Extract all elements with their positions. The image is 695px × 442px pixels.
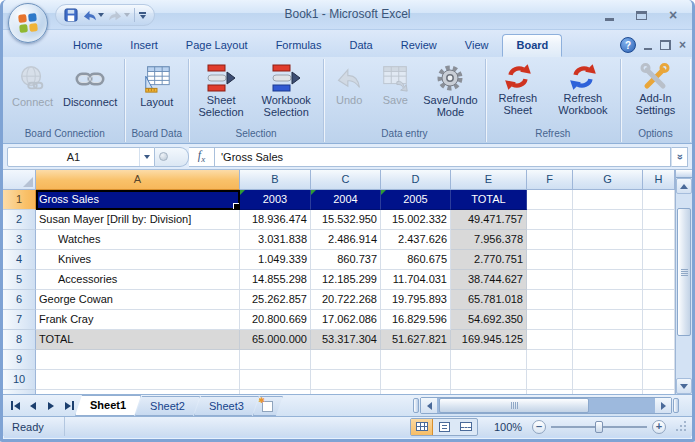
cell-B3[interactable]: 3.031.838 [240,230,311,250]
refresh-workbook-button[interactable]: Refresh Workbook [548,60,618,118]
cell-E7[interactable]: 54.692.350 [451,310,527,330]
row-header-5[interactable]: 5 [3,270,36,290]
sheet-selection-button[interactable]: Sheet Selection [191,60,251,120]
cell-A3[interactable]: Watches [36,230,240,250]
cell-H11[interactable] [643,390,675,394]
row-header-11[interactable]: 11 [3,390,36,394]
cell-G5[interactable] [573,270,643,290]
cell-D9[interactable] [381,350,451,370]
column-header-G[interactable]: G [573,170,643,190]
cell-D2[interactable]: 15.002.332 [381,210,451,230]
row-header-4[interactable]: 4 [3,250,36,270]
vertical-scrollbar[interactable] [675,170,692,394]
cell-C3[interactable]: 2.486.914 [311,230,381,250]
column-header-H[interactable]: H [643,170,675,190]
layout-button[interactable]: Layout [134,60,180,109]
cell-C6[interactable]: 20.722.268 [311,290,381,310]
cell-F2[interactable] [527,210,573,230]
normal-view-button[interactable] [411,419,433,435]
cell-A9[interactable] [36,350,240,370]
row-header-3[interactable]: 3 [3,230,36,250]
column-header-C[interactable]: C [311,170,381,190]
sheet-tab-sheet3[interactable]: Sheet3 [194,396,259,416]
vertical-scroll-thumb[interactable] [677,208,691,336]
cell-A7[interactable]: Frank Cray [36,310,240,330]
connect-button[interactable]: Connect [7,60,58,109]
insert-function-button[interactable]: fx [189,147,215,167]
cell-B1[interactable]: 2003 [240,190,311,210]
zoom-out-button[interactable]: – [532,420,546,434]
cell-D7[interactable]: 16.829.596 [381,310,451,330]
cell-C2[interactable]: 15.532.950 [311,210,381,230]
column-header-A[interactable]: A [36,170,240,190]
cell-H4[interactable] [643,250,675,270]
tab-insert[interactable]: Insert [116,34,172,57]
tab-split-handle[interactable] [413,398,419,413]
cell-B2[interactable]: 18.936.474 [240,210,311,230]
cell-G4[interactable] [573,250,643,270]
maximize-button[interactable] [630,6,652,24]
cell-C10[interactable] [311,370,381,390]
minimize-button[interactable] [598,6,620,24]
cell-A4[interactable]: Knives [36,250,240,270]
tab-board[interactable]: Board [502,34,562,57]
cell-B9[interactable] [240,350,311,370]
cell-D10[interactable] [381,370,451,390]
name-box[interactable]: A1 [7,147,155,167]
cell-F5[interactable] [527,270,573,290]
cell-F6[interactable] [527,290,573,310]
cell-A8[interactable]: TOTAL [36,330,240,350]
workbook-selection-button[interactable]: Workbook Selection [251,60,321,120]
cell-F11[interactable] [527,390,573,394]
scroll-left-button[interactable] [421,398,437,413]
help-icon[interactable]: ? [620,37,636,53]
cell-B6[interactable]: 25.262.857 [240,290,311,310]
tab-review[interactable]: Review [387,34,451,57]
cell-G11[interactable] [573,390,643,394]
cell-E2[interactable]: 49.471.757 [451,210,527,230]
cell-G1[interactable] [573,190,643,210]
cell-E10[interactable] [451,370,527,390]
formula-input[interactable]: 'Gross Sales [215,147,671,167]
office-button[interactable] [8,3,48,43]
cell-H6[interactable] [643,290,675,310]
tab-view[interactable]: View [451,34,503,57]
cell-D4[interactable]: 860.675 [381,250,451,270]
cell-E4[interactable]: 2.770.751 [451,250,527,270]
cell-D11[interactable] [381,390,451,394]
zoom-slider[interactable] [551,420,647,434]
cell-B4[interactable]: 1.049.339 [240,250,311,270]
row-header-1[interactable]: 1 [3,190,36,210]
cell-D1[interactable]: 2005 [381,190,451,210]
redo-quick-button[interactable] [108,9,130,22]
row-header-10[interactable]: 10 [3,370,36,390]
vertical-scroll-track[interactable] [676,194,692,378]
sheet-tab-sheet2[interactable]: Sheet2 [135,396,200,416]
row-header-8[interactable]: 8 [3,330,36,350]
cell-D3[interactable]: 2.437.626 [381,230,451,250]
expand-formula-bar-button[interactable]: « [671,147,688,167]
vertical-split-handle[interactable] [676,170,692,178]
page-break-view-button[interactable] [455,419,477,435]
sheet-tab-sheet1[interactable]: Sheet1 [75,395,141,416]
cell-C11[interactable] [311,390,381,394]
cell-C8[interactable]: 53.317.304 [311,330,381,350]
close-button[interactable]: × [662,6,684,24]
horizontal-scroll-thumb[interactable] [439,398,589,413]
horizontal-scroll-track[interactable] [437,398,655,413]
cell-H3[interactable] [643,230,675,250]
cell-C4[interactable]: 860.737 [311,250,381,270]
zoom-in-button[interactable]: + [652,420,666,434]
cell-D5[interactable]: 11.704.031 [381,270,451,290]
cell-E11[interactable] [451,390,527,394]
cell-E1[interactable]: TOTAL [451,190,527,210]
tab-data[interactable]: Data [335,34,386,57]
next-sheet-button[interactable] [43,398,59,414]
scroll-up-button[interactable] [676,178,692,194]
cell-C9[interactable] [311,350,381,370]
cell-A1[interactable]: Gross Sales [36,190,240,210]
save-ribbon-button[interactable]: Save [372,60,418,107]
row-header-9[interactable]: 9 [3,350,36,370]
horizontal-scrollbar[interactable] [420,397,672,414]
cell-G8[interactable] [573,330,643,350]
